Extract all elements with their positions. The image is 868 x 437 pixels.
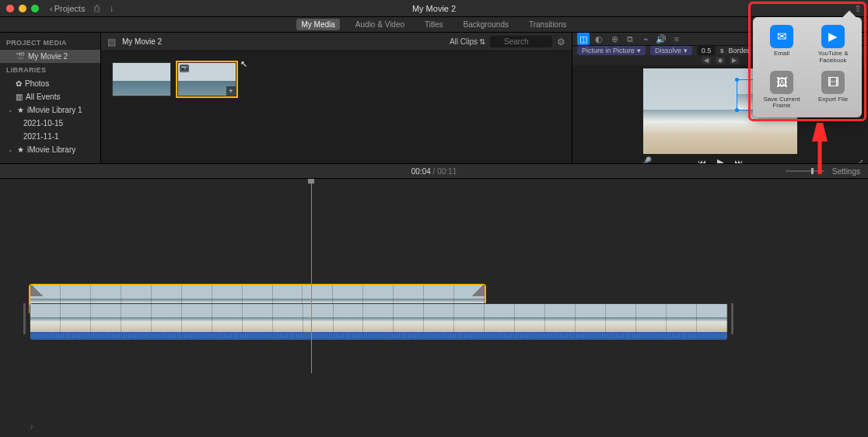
- timeline-edge-left[interactable]: [23, 303, 26, 334]
- sidebar-item-label: Photos: [25, 79, 49, 88]
- chevron-left-icon: ‹: [50, 4, 53, 13]
- download-icon[interactable]: ↓: [109, 3, 114, 14]
- search-input[interactable]: [490, 36, 552, 47]
- share-youtube-facebook-button[interactable]: ▶ YouTube & Facebook: [809, 25, 857, 65]
- media-thumbnail[interactable]: [112, 62, 171, 96]
- image-icon: 🖼: [770, 71, 793, 94]
- noise-icon[interactable]: ≡: [670, 33, 683, 45]
- nav-center-icon[interactable]: ◆: [716, 57, 725, 64]
- dropdown-label: Dissolve: [655, 47, 681, 54]
- add-to-timeline-icon[interactable]: +: [226, 86, 236, 96]
- current-time: 00:04: [411, 167, 431, 176]
- video-icon: ▶: [821, 25, 845, 48]
- sidebar-item-my-movie[interactable]: 🎬 My Movie 2: [0, 50, 100, 63]
- sidebar-item-label: My Movie 2: [28, 52, 68, 61]
- sidebar-item-date-2[interactable]: 2021-11-1: [0, 130, 100, 143]
- duration-field[interactable]: 0.5: [697, 46, 716, 55]
- timecode-display: 00:04 / 00:11: [411, 167, 457, 176]
- trim-handle-right[interactable]: [471, 285, 485, 296]
- email-icon: ✉: [770, 25, 793, 48]
- annotation-arrow: [809, 123, 831, 177]
- gear-icon[interactable]: ⚙: [557, 37, 565, 47]
- chevron-down-icon: ▾: [684, 47, 688, 54]
- media-header: ▤ My Movie 2 All Clips ⇅ ⚙: [101, 33, 572, 51]
- film-icon: 🎞: [821, 71, 845, 94]
- volume-icon[interactable]: 🔊: [655, 33, 667, 45]
- share-button[interactable]: ⇪: [854, 3, 862, 14]
- clapperboard-icon: 🎬: [16, 52, 25, 61]
- seconds-label: s: [720, 47, 724, 54]
- titlebar-left: ‹ Projects ⎙ ↓: [50, 3, 114, 14]
- timeline-header: 00:04 / 00:11 Settings: [0, 163, 868, 179]
- clip-filter-dropdown[interactable]: All Clips ⇅: [450, 37, 485, 46]
- music-track-icon[interactable]: ♪: [30, 422, 33, 431]
- sidebar-item-photos[interactable]: ✿ Photos: [0, 77, 100, 90]
- list-view-icon[interactable]: ▤: [107, 37, 116, 47]
- transition-dropdown[interactable]: Dissolve ▾: [650, 46, 692, 55]
- resize-handle[interactable]: [735, 78, 739, 82]
- sidebar-item-label: 2021-10-15: [23, 119, 63, 128]
- tab-titles[interactable]: Titles: [420, 19, 448, 30]
- main-row: PROJECT MEDIA 🎬 My Movie 2 LIBRARIES ✿ P…: [0, 33, 868, 163]
- calendar-icon: ▥: [16, 93, 23, 101]
- overlay-type-dropdown[interactable]: Picture in Picture ▾: [577, 46, 646, 55]
- resize-handle[interactable]: [735, 108, 739, 112]
- close-window-button[interactable]: [6, 5, 14, 12]
- sidebar-section-project-media: PROJECT MEDIA: [0, 36, 100, 50]
- share-label: YouTube & Facebook: [809, 51, 857, 65]
- primary-track-clip[interactable]: [30, 303, 728, 333]
- share-label: Export File: [818, 96, 848, 103]
- tab-audio-video[interactable]: Audio & Video: [351, 19, 409, 30]
- photos-icon: ✿: [16, 79, 22, 88]
- updown-icon: ⇅: [479, 37, 485, 46]
- share-popover: ✉ Email ▶ YouTube & Facebook 🖼 Save Curr…: [753, 17, 862, 117]
- tab-backgrounds[interactable]: Backgrounds: [459, 19, 513, 30]
- share-label: Save Current Frame: [758, 96, 806, 110]
- minimize-window-button[interactable]: [19, 5, 26, 12]
- timeline[interactable]: ♪: [0, 179, 868, 437]
- nav-prev-icon[interactable]: ◀: [702, 57, 711, 64]
- color-balance-icon[interactable]: ◐: [593, 33, 605, 45]
- audio-waveform[interactable]: [30, 332, 727, 340]
- star-icon: ★: [17, 106, 24, 114]
- crop-icon[interactable]: ⧉: [624, 33, 636, 45]
- maximize-window-button[interactable]: [31, 5, 39, 12]
- thumbnail-grid: 📷 + ↖: [101, 51, 572, 107]
- settings-button[interactable]: Settings: [832, 167, 860, 176]
- timeline-edge-right[interactable]: [731, 303, 733, 334]
- dropdown-label: Picture in Picture: [582, 47, 635, 54]
- sidebar-item-label: iMovie Library 1: [27, 106, 82, 114]
- trim-handle-left[interactable]: [30, 285, 44, 296]
- chevron-down-icon[interactable]: ⌄: [8, 146, 14, 153]
- tab-transitions[interactable]: Transitions: [524, 19, 572, 30]
- color-correction-icon[interactable]: ⊕: [608, 33, 621, 45]
- stabilize-icon[interactable]: ⌁: [639, 33, 652, 45]
- media-browser-title: My Movie 2: [122, 37, 162, 46]
- sidebar-item-label: 2021-11-1: [23, 132, 59, 141]
- sidebar-item-label: iMovie Library: [27, 145, 75, 154]
- back-to-projects-button[interactable]: ‹ Projects: [50, 4, 85, 13]
- media-browser: ▤ My Movie 2 All Clips ⇅ ⚙ 📷 + ↖: [101, 33, 572, 163]
- playhead[interactable]: [311, 179, 312, 373]
- sidebar: PROJECT MEDIA 🎬 My Movie 2 LIBRARIES ✿ P…: [0, 33, 101, 163]
- sidebar-item-all-events[interactable]: ▥ All Events: [0, 90, 100, 103]
- sidebar-item-date-1[interactable]: 2021-10-15: [0, 117, 100, 130]
- import-icon[interactable]: ⎙: [94, 3, 100, 14]
- share-email-button[interactable]: ✉ Email: [758, 25, 806, 65]
- border-label: Border:: [729, 47, 752, 54]
- camera-icon: 📷: [180, 65, 189, 72]
- total-duration: 00:11: [437, 167, 457, 176]
- sidebar-item-imovie-library-1[interactable]: ⌄ ★ iMovie Library 1: [0, 103, 100, 117]
- sidebar-item-imovie-library[interactable]: ⌄ ★ iMovie Library: [0, 143, 100, 156]
- share-export-file-button[interactable]: 🎞 Export File: [809, 71, 857, 110]
- share-save-frame-button[interactable]: 🖼 Save Current Frame: [758, 71, 806, 110]
- nav-next-icon[interactable]: ▶: [730, 57, 739, 64]
- sidebar-item-label: All Events: [26, 93, 60, 101]
- overlay-tool-icon[interactable]: ◫: [577, 33, 590, 45]
- chevron-down-icon[interactable]: ⌄: [8, 107, 14, 114]
- media-thumbnail[interactable]: 📷 + ↖: [177, 62, 236, 96]
- dropdown-label: All Clips: [450, 37, 478, 46]
- share-label: Email: [774, 51, 789, 58]
- tab-my-media[interactable]: My Media: [296, 19, 339, 30]
- sidebar-section-libraries: LIBRARIES: [0, 63, 100, 77]
